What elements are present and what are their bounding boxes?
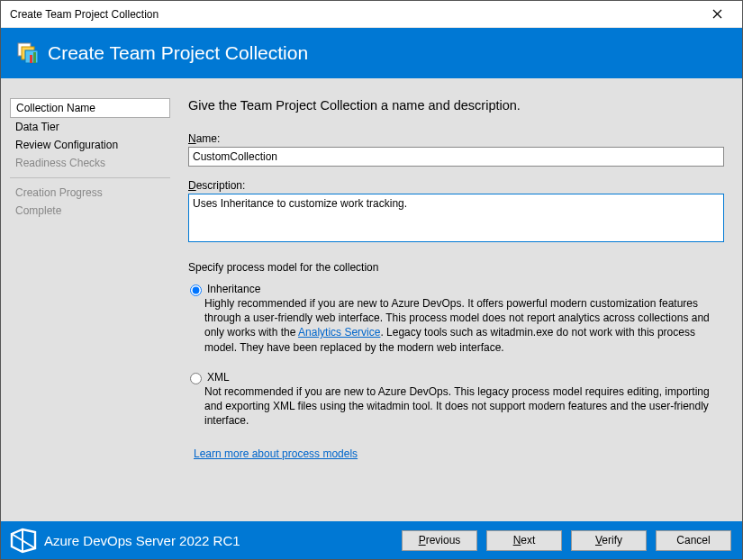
description-label: Description:	[188, 179, 724, 192]
previous-button[interactable]: Previous	[402, 530, 477, 551]
sidebar-step-creation-progress: Creation Progress	[10, 184, 170, 202]
cancel-button[interactable]: Cancel	[656, 530, 731, 551]
sidebar-step-data-tier[interactable]: Data Tier	[10, 118, 170, 136]
process-model-label: Specify process model for the collection	[188, 261, 724, 274]
sidebar-divider	[10, 177, 170, 178]
radio-xml-row: XML	[190, 371, 724, 384]
radio-inheritance[interactable]	[190, 285, 202, 296]
radio-xml-desc: Not recommended if you are new to Azure …	[204, 384, 724, 429]
sidebar-step-collection-name[interactable]: Collection Name	[10, 98, 170, 118]
footer-bar: Azure DevOps Server 2022 RC1 Previous Ne…	[1, 521, 742, 559]
radio-inheritance-row: Inheritance	[190, 283, 724, 296]
titlebar: Create Team Project Collection	[1, 1, 742, 28]
wizard-sidebar: Collection Name Data Tier Review Configu…	[1, 78, 179, 521]
name-input[interactable]	[188, 147, 724, 167]
verify-button[interactable]: Verify	[571, 530, 647, 551]
azure-devops-icon	[8, 527, 39, 554]
radio-xml-title: XML	[207, 371, 724, 384]
close-icon	[712, 9, 722, 19]
learn-more-link[interactable]: Learn more about process models	[194, 447, 358, 460]
footer-buttons: Previous Next Verify Cancel	[402, 530, 731, 551]
next-button[interactable]: Next	[486, 530, 562, 551]
sidebar-step-complete: Complete	[10, 202, 170, 220]
wizard-main: Give the Team Project Collection a name …	[179, 78, 742, 521]
svg-rect-3	[30, 55, 32, 63]
name-label: Name:	[188, 132, 724, 145]
product-title: Azure DevOps Server 2022 RC1	[44, 533, 402, 548]
svg-rect-4	[33, 52, 36, 63]
description-input[interactable]: Uses Inheritance to customize work track…	[188, 194, 724, 242]
wizard-body: Collection Name Data Tier Review Configu…	[1, 78, 742, 521]
close-button[interactable]	[699, 2, 735, 27]
sidebar-step-readiness-checks: Readiness Checks	[10, 154, 170, 172]
header-banner: Create Team Project Collection	[1, 28, 742, 78]
collection-icon	[15, 41, 41, 66]
header-title: Create Team Project Collection	[48, 42, 308, 64]
radio-inheritance-desc: Highly recommended if you are new to Azu…	[204, 296, 724, 355]
window-title: Create Team Project Collection	[10, 8, 699, 21]
sidebar-step-review-config[interactable]: Review Configuration	[10, 136, 170, 154]
analytics-service-link[interactable]: Analytics Service	[298, 326, 380, 339]
page-heading: Give the Team Project Collection a name …	[188, 98, 724, 113]
radio-xml[interactable]	[190, 373, 202, 384]
radio-inheritance-title: Inheritance	[207, 283, 724, 295]
